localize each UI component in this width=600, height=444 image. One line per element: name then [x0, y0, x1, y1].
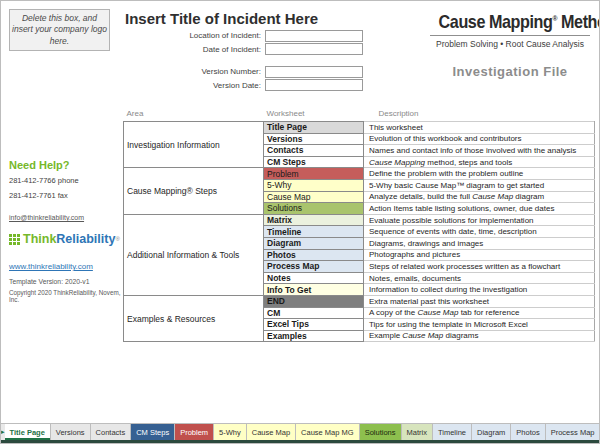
description-cell: Names and contact info of those involved…	[364, 145, 595, 157]
sheet-tab-cm-steps[interactable]: CM Steps	[131, 424, 175, 440]
sheet-tab-process-map[interactable]: Process Map	[546, 424, 600, 440]
sheet-tab-bar: ▸ Title PageVersionsContactsCM StepsProb…	[1, 423, 599, 443]
column-header-worksheet: Worksheet	[264, 107, 364, 122]
company-logo-placeholder: Delete this box, and insert your company…	[9, 9, 110, 51]
worksheet-cell-process-map: Process Map	[264, 261, 364, 273]
description-cell: Analyze details, build the full Cause Ma…	[364, 191, 595, 203]
brand-divider	[430, 35, 590, 36]
logo-registered-mark: ®	[115, 236, 119, 242]
worksheet-cell-cm-steps[interactable]: CM Steps	[264, 156, 364, 168]
worksheet-cell-matrix: Matrix	[264, 214, 364, 226]
table-row: Examples & ResourcesENDExtra material pa…	[124, 295, 595, 307]
thinkreliability-logo: ThinkReliability®	[9, 232, 127, 246]
investigation-file-label: Investigation File	[426, 64, 594, 79]
worksheet-cell-diagram: Diagram	[264, 237, 364, 249]
worksheet-table-body: Investigation InformationTitle PageThis …	[124, 122, 595, 342]
description-cell: Evolution of this workbook and contribut…	[364, 133, 595, 145]
location-of-incident-input[interactable]	[265, 30, 363, 42]
sheet-tab-cause-map[interactable]: Cause Map	[247, 424, 296, 440]
worksheet-cell-problem: Problem	[264, 168, 364, 180]
help-sidebar: Need Help? 281-412-7766 phone 281-412-77…	[9, 159, 127, 303]
field-row-location: Location of Incident:	[113, 29, 363, 43]
worksheet-cell-timeline: Timeline	[264, 226, 364, 238]
description-cell: Tips for using the template in Microsoft…	[364, 319, 595, 331]
sheet-tab-matrix[interactable]: Matrix	[402, 424, 433, 440]
date-of-incident-input[interactable]	[265, 43, 363, 55]
sheet-tab-versions[interactable]: Versions	[51, 424, 91, 440]
sheet-tab-solutions[interactable]: Solutions	[360, 424, 402, 440]
area-cell-investigation-information: Investigation Information	[124, 122, 264, 168]
worksheet-cell-examples: Examples	[264, 330, 364, 342]
phone-number: 281-412-7766 phone	[9, 176, 127, 185]
table-row: Cause Mapping® StepsProblemDefine the pr…	[124, 168, 595, 180]
table-row: Additional Information & ToolsMatrixEval…	[124, 214, 595, 226]
logo-think-text: Think	[23, 232, 56, 246]
status-bar	[1, 440, 599, 443]
description-cell: Sequence of events with date, time, desc…	[364, 226, 595, 238]
table-row: Investigation InformationTitle PageThis …	[124, 122, 595, 134]
need-help-heading: Need Help?	[9, 159, 127, 171]
sheet-tab-title-page[interactable]: Title Page	[5, 424, 51, 440]
fax-number: 281-412-7761 fax	[9, 191, 127, 200]
brand-subtitle: Problem Solving • Root Cause Analysis	[426, 39, 594, 49]
brand-title: Cause Mapping® Method	[439, 11, 582, 33]
description-cell: Cause Mapping method, steps and tools	[364, 156, 595, 168]
date-of-incident-label: Date of Incident:	[113, 45, 265, 54]
version-date-label: Version Date:	[113, 81, 265, 90]
page-title: Insert Title of Incident Here	[125, 10, 318, 27]
field-row-version-number: Version Number:	[113, 65, 363, 79]
worksheet-cell-5-why: 5-Why	[264, 179, 364, 191]
table-header-row: Area Worksheet Description	[124, 107, 595, 122]
brand-block: Cause Mapping® Method Problem Solving • …	[426, 11, 594, 79]
column-header-area: Area	[124, 107, 264, 122]
worksheet-table: Area Worksheet Description Investigation…	[123, 107, 595, 342]
sheet-tabs: ▸ Title PageVersionsContactsCM StepsProb…	[1, 423, 599, 440]
worksheet-cell-contacts: Contacts	[264, 145, 364, 157]
description-cell: Diagrams, drawings and images	[364, 237, 595, 249]
worksheet-cell-cm: CM	[264, 307, 364, 319]
description-cell: A copy of the Cause Map tab for referenc…	[364, 307, 595, 319]
area-cell-cause-mapping-steps: Cause Mapping® Steps	[124, 168, 264, 214]
thinkreliability-grid-icon	[9, 234, 20, 245]
worksheet-cell-photos: Photos	[264, 249, 364, 261]
title-page-worksheet: Delete this box, and insert your company…	[0, 0, 600, 444]
logo-placeholder-text: Delete this box, and insert your company…	[12, 13, 107, 47]
area-cell-examples-resources: Examples & Resources	[124, 295, 264, 341]
worksheet-cell-end: END	[264, 295, 364, 307]
description-cell: Evaluate possible solutions for implemen…	[364, 214, 595, 226]
version-number-input[interactable]	[265, 66, 363, 78]
email-link[interactable]: info@thinkreliability.com	[9, 214, 84, 221]
description-cell: Steps of related work processes written …	[364, 261, 595, 273]
description-cell: Define the problem with the problem outl…	[364, 168, 595, 180]
location-of-incident-label: Location of Incident:	[113, 31, 265, 40]
worksheet-cell-info-to-get: Info To Get	[264, 284, 364, 296]
column-header-description: Description	[364, 107, 595, 122]
sheet-tab-5-why[interactable]: 5-Why	[214, 424, 247, 440]
sheet-tab-cause-map-mg[interactable]: Cause Map MG	[296, 424, 360, 440]
website-link[interactable]: www.thinkreliability.com	[9, 262, 93, 271]
description-cell: Notes, emails, documents	[364, 272, 595, 284]
version-date-input[interactable]	[265, 79, 363, 91]
field-gap	[113, 56, 363, 65]
description-cell: Photographs and pictures	[364, 249, 595, 261]
brand-name-suffix: Method	[557, 11, 600, 32]
sheet-tab-contacts[interactable]: Contacts	[91, 424, 132, 440]
sheet-tab-problem[interactable]: Problem	[175, 424, 214, 440]
template-version: Template Version: 2020-v1	[9, 278, 127, 285]
area-cell-additional-information-tools: Additional Information & Tools	[124, 214, 264, 295]
brand-name-text: Cause Mapping	[439, 11, 553, 32]
worksheet-cell-title-page: Title Page	[264, 122, 364, 134]
sheet-tab-diagram[interactable]: Diagram	[472, 424, 511, 440]
sheet-tab-timeline[interactable]: Timeline	[433, 424, 472, 440]
description-cell: Information to collect during the invest…	[364, 284, 595, 296]
worksheet-cell-versions: Versions	[264, 133, 364, 145]
worksheet-cell-notes: Notes	[264, 272, 364, 284]
sheet-tab-photos[interactable]: Photos	[511, 424, 545, 440]
description-cell: Extra material past this worksheet	[364, 295, 595, 307]
worksheet-cell-excel-tips: Excel Tips	[264, 319, 364, 331]
description-cell: This worksheet	[364, 122, 595, 134]
worksheet-cell-solutions: Solutions	[264, 203, 364, 215]
worksheet-cell-cause-map: Cause Map	[264, 191, 364, 203]
copyright-notice: Copyright 2020 ThinkReliability, Novem, …	[9, 289, 127, 303]
field-row-date: Date of Incident:	[113, 43, 363, 57]
